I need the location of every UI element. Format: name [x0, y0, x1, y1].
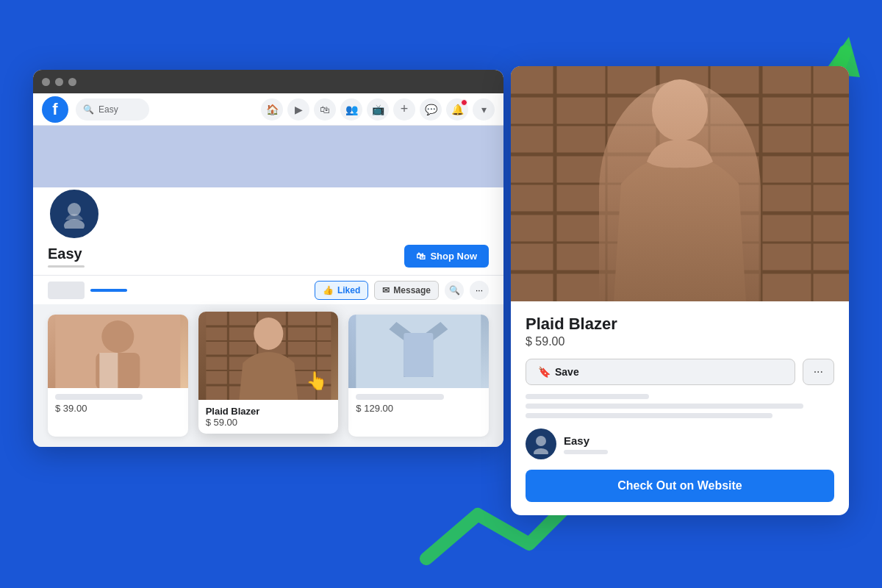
product-price-3: $ 129.00	[356, 403, 481, 414]
more-action-icon[interactable]: ···	[470, 281, 489, 300]
detail-image-svg	[511, 66, 849, 301]
search-bar[interactable]: 🔍 Easy	[76, 98, 149, 121]
seller-info: Easy	[564, 434, 608, 454]
nav-icons: 🏠 ▶ 🛍 👥 📺 + 💬 🔔 ▾	[261, 98, 495, 121]
desc-line-3	[526, 413, 772, 418]
svg-point-35	[652, 79, 708, 141]
svg-point-5	[101, 320, 134, 353]
product-info-2: Plaid Blazer $ 59.00	[198, 400, 339, 434]
profile-name: Easy	[48, 245, 85, 262]
profile-avatar	[48, 187, 101, 240]
product-detail-panel: Plaid Blazer $ 59.00 🔖 Save ···	[511, 66, 849, 515]
tv-icon[interactable]: 📺	[367, 98, 389, 121]
bag-icon: 🛍	[416, 251, 426, 262]
desc-line-1	[526, 394, 649, 399]
facebook-f-letter: f	[52, 101, 57, 118]
home-icon[interactable]: 🏠	[261, 98, 283, 121]
browser-window: f 🔍 Easy 🏠 ▶ 🛍 👥 📺 + 💬 🔔	[33, 70, 503, 447]
more-options-button[interactable]: ···	[803, 359, 834, 385]
facebook-logo: f	[42, 96, 68, 123]
seller-avatar-icon	[531, 434, 551, 454]
profile-tabs: 👍 Liked ✉ Message 🔍 ···	[33, 275, 503, 304]
add-icon[interactable]: +	[393, 98, 415, 121]
chevron-down-icon[interactable]: ▾	[473, 98, 495, 121]
browser-navbar: f 🔍 Easy 🏠 ▶ 🛍 👥 📺 + 💬 🔔	[33, 93, 503, 126]
product-image-1	[48, 315, 188, 388]
svg-rect-7	[99, 353, 118, 388]
desc-line-2	[526, 404, 803, 409]
browser-titlebar	[33, 70, 503, 93]
browser-dot-green	[68, 78, 76, 86]
seller-avatar	[526, 429, 556, 459]
product-info-1: $ 39.00	[48, 388, 188, 420]
checkout-label: Check Out on Website	[617, 479, 742, 492]
liked-label: Liked	[337, 285, 360, 295]
notifications-icon[interactable]: 🔔	[446, 98, 468, 121]
product-price-1: $ 39.00	[55, 403, 181, 414]
svg-point-3	[64, 219, 85, 229]
group-icon[interactable]: 👥	[340, 98, 362, 121]
shop-now-button[interactable]: 🛍 Shop Now	[404, 245, 489, 268]
product-card-3[interactable]: $ 129.00	[348, 315, 489, 437]
svg-point-36	[536, 436, 546, 446]
seller-underline	[564, 450, 608, 454]
liked-button[interactable]: 👍 Liked	[315, 281, 368, 300]
profile-header: Easy 🛍 Shop Now	[48, 245, 489, 268]
save-button[interactable]: 🔖 Save	[526, 359, 795, 385]
product-image-svg-2	[198, 312, 339, 400]
search-icon: 🔍	[83, 104, 94, 115]
products-grid: $ 39.00	[33, 304, 503, 447]
message-button[interactable]: ✉ Message	[374, 281, 439, 300]
notification-badge	[461, 99, 467, 106]
profile-name-section: Easy	[48, 245, 85, 268]
detail-actions: 🔖 Save ···	[526, 359, 834, 385]
product-price-line-3	[356, 394, 443, 400]
product-name-2: Plaid Blazer	[206, 406, 331, 417]
product-image-2: 👆	[198, 312, 339, 400]
product-image-svg-1	[48, 315, 188, 388]
thumbs-up-icon: 👍	[323, 285, 334, 295]
profile-section: Easy 🛍 Shop Now	[33, 187, 503, 275]
product-price-2: $ 59.00	[206, 417, 331, 428]
product-image-3	[348, 315, 489, 388]
messenger-icon[interactable]: 💬	[420, 98, 442, 121]
message-icon: ✉	[382, 285, 390, 295]
profile-underline	[48, 265, 85, 268]
store-icon[interactable]: 🛍	[314, 98, 336, 121]
seller-section: Easy	[526, 429, 834, 459]
save-label: Save	[555, 366, 579, 378]
product-image-svg-3	[348, 315, 489, 388]
shop-now-label: Shop Now	[430, 251, 477, 262]
video-icon[interactable]: ▶	[287, 98, 309, 121]
tab-active[interactable]	[90, 289, 127, 292]
svg-point-37	[534, 448, 548, 454]
product-price-line-1	[55, 394, 143, 400]
svg-point-18	[254, 318, 283, 350]
detail-product-image	[511, 66, 849, 301]
seller-name: Easy	[564, 434, 608, 447]
bookmark-icon: 🔖	[538, 366, 551, 378]
avatar-icon	[60, 199, 89, 229]
search-text: Easy	[98, 104, 118, 115]
product-card-1[interactable]: $ 39.00	[48, 315, 188, 437]
product-card-2[interactable]: 👆 Plaid Blazer $ 59.00	[198, 312, 339, 434]
browser-dot-yellow	[55, 78, 63, 86]
search-action-icon[interactable]: 🔍	[445, 281, 464, 300]
tab-inactive-1[interactable]	[48, 282, 85, 299]
detail-description-lines	[526, 394, 834, 418]
product-info-3: $ 129.00	[348, 388, 489, 420]
detail-product-title: Plaid Blazer	[526, 315, 834, 334]
detail-body: Plaid Blazer $ 59.00 🔖 Save ···	[511, 301, 849, 515]
more-icon: ···	[814, 365, 823, 378]
checkout-button[interactable]: Check Out on Website	[526, 470, 834, 502]
message-label: Message	[393, 285, 431, 295]
detail-product-price: $ 59.00	[526, 335, 834, 348]
svg-rect-20	[404, 333, 434, 377]
browser-dot-red	[42, 78, 50, 86]
